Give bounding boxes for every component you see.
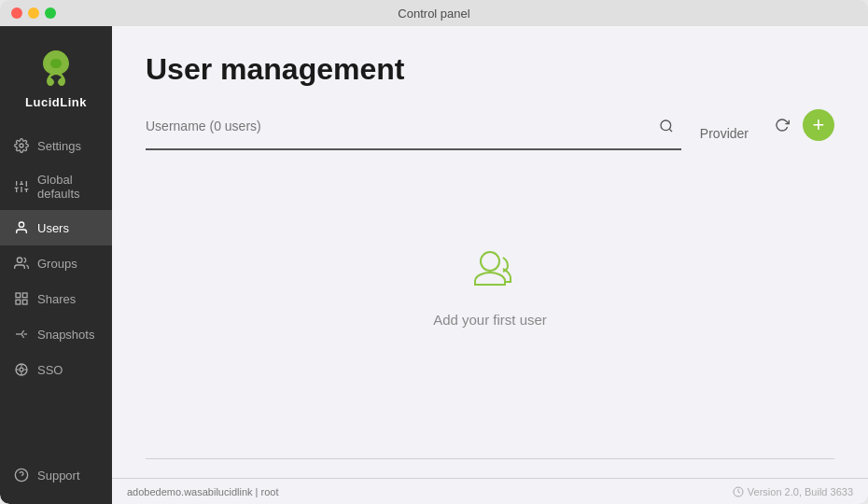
global-defaults-label: Global defaults (37, 173, 99, 201)
main-content: User management Provider (112, 26, 868, 504)
users-label: Users (37, 221, 69, 235)
svg-point-24 (661, 120, 671, 131)
sidebar-item-groups[interactable]: Groups (0, 245, 112, 281)
close-button[interactable] (11, 7, 22, 19)
window-title: Control panel (398, 7, 469, 21)
logo-icon (32, 41, 80, 90)
search-container (146, 111, 681, 150)
provider-label: Provider (700, 126, 749, 141)
svg-point-0 (20, 144, 23, 147)
svg-point-26 (481, 252, 499, 271)
svg-rect-12 (16, 293, 21, 298)
sliders-icon (13, 178, 30, 195)
sso-icon (13, 361, 30, 378)
add-user-button[interactable]: + (803, 109, 834, 141)
support-icon (13, 467, 30, 483)
status-right: Version 2.0, Build 3633 (733, 486, 853, 497)
svg-rect-15 (16, 300, 21, 304)
search-input[interactable] (146, 119, 644, 133)
user-icon (13, 219, 30, 236)
sidebar: LucidLink Settings (0, 26, 112, 504)
version-text: Version 2.0, Build 3633 (748, 486, 853, 497)
empty-state-text: Add your first user (433, 312, 547, 328)
page-title: User management (146, 52, 834, 87)
sidebar-bottom: Support (0, 457, 112, 504)
support-label: Support (37, 469, 80, 483)
empty-state: Add your first user (146, 167, 834, 458)
sidebar-item-global-defaults[interactable]: Global defaults (0, 163, 112, 210)
search-button[interactable] (651, 111, 681, 141)
sidebar-item-sso[interactable]: SSO (0, 352, 112, 387)
status-bar: adobedemo.wasabilucidlink | root Version… (112, 478, 868, 504)
groups-label: Groups (37, 257, 77, 271)
svg-line-25 (669, 129, 672, 132)
snapshots-icon (13, 326, 30, 343)
sidebar-item-users[interactable]: Users (0, 210, 112, 245)
provider-container: Provider (681, 126, 767, 150)
shares-label: Shares (37, 292, 76, 306)
sso-label: SSO (37, 363, 63, 377)
svg-point-16 (20, 368, 23, 371)
shares-icon (13, 290, 30, 307)
refresh-icon (775, 118, 790, 133)
sidebar-item-support[interactable]: Support (0, 457, 112, 493)
svg-point-10 (19, 222, 23, 227)
content-divider (146, 458, 834, 459)
svg-rect-14 (22, 300, 27, 304)
refresh-button[interactable] (767, 110, 797, 140)
svg-point-11 (17, 258, 21, 262)
traffic-lights (11, 7, 56, 19)
logo-text: LucidLink (25, 95, 87, 109)
search-icon (659, 119, 674, 133)
minimize-button[interactable] (28, 7, 39, 19)
sidebar-item-snapshots[interactable]: Snapshots (0, 316, 112, 352)
filter-bar: Provider + (146, 109, 834, 148)
svg-rect-13 (22, 293, 27, 298)
add-icon: + (813, 115, 825, 135)
version-icon (733, 486, 744, 497)
titlebar: Control panel (0, 0, 868, 26)
nav-items: Settings (0, 128, 112, 387)
snapshots-label: Snapshots (37, 328, 94, 342)
status-left: adobedemo.wasabilucidlink | root (127, 486, 278, 497)
empty-user-icon (462, 243, 518, 299)
gear-icon (13, 137, 30, 154)
group-icon (13, 255, 30, 272)
action-buttons: + (767, 109, 834, 148)
content-area: User management Provider (112, 26, 868, 478)
sidebar-item-settings[interactable]: Settings (0, 128, 112, 163)
logo-area: LucidLink (25, 41, 87, 109)
maximize-button[interactable] (45, 7, 56, 19)
sidebar-item-shares[interactable]: Shares (0, 281, 112, 316)
settings-label: Settings (37, 139, 81, 153)
